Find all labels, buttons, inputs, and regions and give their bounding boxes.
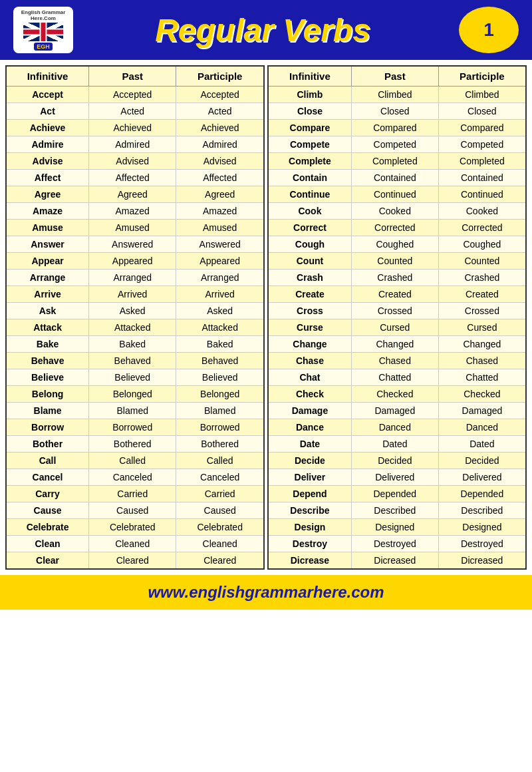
infinitive-cell: Cook bbox=[268, 203, 351, 220]
participle-cell: Behaved bbox=[176, 353, 264, 369]
table-row: CelebrateCelebratedCelebrated bbox=[6, 519, 264, 536]
table-row: BlameBlamedBlamed bbox=[6, 403, 264, 419]
participle-cell: Answered bbox=[176, 236, 264, 253]
past-cell: Cleaned bbox=[89, 536, 176, 552]
infinitive-cell: Attack bbox=[6, 319, 89, 336]
participle-cell: Belonged bbox=[176, 386, 264, 403]
participle-cell: Celebrated bbox=[176, 519, 264, 536]
infinitive-cell: Depend bbox=[268, 486, 351, 502]
participle-cell: Destroyed bbox=[438, 536, 526, 552]
infinitive-cell: Clean bbox=[6, 536, 89, 552]
infinitive-cell: Admire bbox=[6, 136, 89, 153]
left-col-past: Past bbox=[89, 66, 176, 87]
past-cell: Borrowed bbox=[89, 419, 176, 436]
past-cell: Destroyed bbox=[351, 536, 438, 552]
table-row: AnswerAnsweredAnswered bbox=[6, 236, 264, 253]
table-row: ChaseChasedChased bbox=[268, 353, 526, 369]
table-row: AdmireAdmiredAdmired bbox=[6, 136, 264, 153]
infinitive-cell: Create bbox=[268, 286, 351, 303]
past-cell: Amused bbox=[89, 220, 176, 236]
infinitive-cell: Chase bbox=[268, 353, 351, 369]
participle-cell: Accepted bbox=[176, 87, 264, 103]
past-cell: Corrected bbox=[351, 220, 438, 236]
table-row: DecideDecidedDecided bbox=[268, 453, 526, 469]
page-number-badge: 1 bbox=[459, 7, 519, 53]
past-cell: Dicreased bbox=[351, 552, 438, 570]
infinitive-cell: Count bbox=[268, 253, 351, 270]
participle-cell: Closed bbox=[438, 103, 526, 120]
infinitive-cell: Cause bbox=[6, 502, 89, 519]
page-title: Regular Verbs bbox=[73, 12, 452, 49]
participle-cell: Acted bbox=[176, 103, 264, 120]
infinitive-cell: Continue bbox=[268, 186, 351, 203]
page-header: English Grammar Here.Com EGH Regular Ver… bbox=[0, 0, 532, 60]
past-cell: Danced bbox=[351, 419, 438, 436]
participle-cell: Cleared bbox=[176, 552, 264, 570]
infinitive-cell: Describe bbox=[268, 502, 351, 519]
table-row: CauseCausedCaused bbox=[6, 502, 264, 519]
table-row: DesignDesignedDesigned bbox=[268, 519, 526, 536]
participle-cell: Believed bbox=[176, 369, 264, 386]
right-col-participle: Participle bbox=[438, 66, 526, 87]
infinitive-cell: Clear bbox=[6, 552, 89, 570]
participle-cell: Asked bbox=[176, 303, 264, 319]
tables-container: Infinitive Past Participle AcceptAccepte… bbox=[5, 65, 527, 570]
infinitive-cell: Curse bbox=[268, 319, 351, 336]
infinitive-cell: Advise bbox=[6, 153, 89, 170]
infinitive-cell: Ask bbox=[6, 303, 89, 319]
past-cell: Crossed bbox=[351, 303, 438, 319]
table-row: CloseClosedClosed bbox=[268, 103, 526, 120]
participle-cell: Cleaned bbox=[176, 536, 264, 552]
table-row: BehaveBehavedBehaved bbox=[6, 353, 264, 369]
participle-cell: Advised bbox=[176, 153, 264, 170]
participle-cell: Danced bbox=[438, 419, 526, 436]
past-cell: Cleared bbox=[89, 552, 176, 570]
table-row: ArriveArrivedArrived bbox=[6, 286, 264, 303]
infinitive-cell: Contain bbox=[268, 170, 351, 186]
participle-cell: Designed bbox=[438, 519, 526, 536]
infinitive-cell: Change bbox=[268, 336, 351, 353]
past-cell: Admired bbox=[89, 136, 176, 153]
table-row: CurseCursedCursed bbox=[268, 319, 526, 336]
table-row: AskAskedAsked bbox=[6, 303, 264, 319]
infinitive-cell: Act bbox=[6, 103, 89, 120]
table-row: CompleteCompletedCompleted bbox=[268, 153, 526, 170]
past-cell: Called bbox=[89, 453, 176, 469]
past-cell: Coughed bbox=[351, 236, 438, 253]
table-row: CrossCrossedCrossed bbox=[268, 303, 526, 319]
past-cell: Answered bbox=[89, 236, 176, 253]
left-verb-table: Infinitive Past Participle AcceptAccepte… bbox=[5, 65, 265, 570]
table-row: AgreeAgreedAgreed bbox=[6, 186, 264, 203]
past-cell: Believed bbox=[89, 369, 176, 386]
infinitive-cell: Agree bbox=[6, 186, 89, 203]
infinitive-cell: Believe bbox=[6, 369, 89, 386]
past-cell: Agreed bbox=[89, 186, 176, 203]
participle-cell: Changed bbox=[438, 336, 526, 353]
table-row: CreateCreatedCreated bbox=[268, 286, 526, 303]
table-row: ChangeChangedChanged bbox=[268, 336, 526, 353]
table-row: AttackAttackedAttacked bbox=[6, 319, 264, 336]
past-cell: Advised bbox=[89, 153, 176, 170]
table-row: BakeBakedBaked bbox=[6, 336, 264, 353]
participle-cell: Bothered bbox=[176, 436, 264, 453]
table-row: AppearAppearedAppeared bbox=[6, 253, 264, 270]
infinitive-cell: Crash bbox=[268, 270, 351, 286]
participle-cell: Created bbox=[438, 286, 526, 303]
infinitive-cell: Borrow bbox=[6, 419, 89, 436]
table-row: CancelCanceledCanceled bbox=[6, 469, 264, 486]
participle-cell: Achieved bbox=[176, 120, 264, 136]
past-cell: Checked bbox=[351, 386, 438, 403]
infinitive-cell: Amuse bbox=[6, 220, 89, 236]
table-row: AchieveAchievedAchieved bbox=[6, 120, 264, 136]
participle-cell: Borrowed bbox=[176, 419, 264, 436]
past-cell: Blamed bbox=[89, 403, 176, 419]
table-row: ClearClearedCleared bbox=[6, 552, 264, 570]
table-row: DamageDamagedDamaged bbox=[268, 403, 526, 419]
participle-cell: Damaged bbox=[438, 403, 526, 419]
table-row: CrashCrashedCrashed bbox=[268, 270, 526, 286]
past-cell: Cooked bbox=[351, 203, 438, 220]
past-cell: Arrived bbox=[89, 286, 176, 303]
past-cell: Arranged bbox=[89, 270, 176, 286]
infinitive-cell: Affect bbox=[6, 170, 89, 186]
past-cell: Created bbox=[351, 286, 438, 303]
